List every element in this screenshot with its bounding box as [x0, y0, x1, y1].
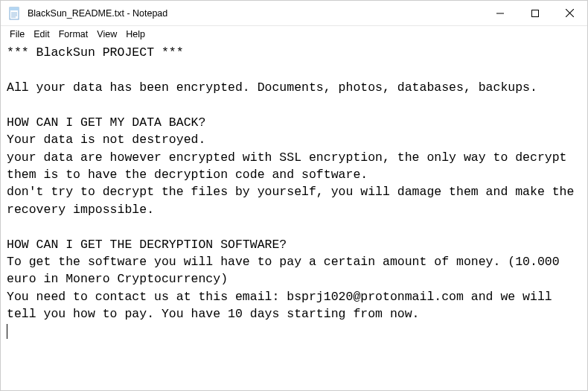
menubar: File Edit Format View Help — [1, 26, 587, 42]
notepad-window: BlackSun_README.txt - Notepad File Edit … — [0, 0, 588, 391]
window-title: BlackSun_README.txt - Notepad — [28, 8, 167, 19]
close-button[interactable] — [552, 1, 587, 25]
svg-rect-1 — [10, 7, 19, 10]
svg-rect-7 — [531, 10, 538, 16]
titlebar: BlackSun_README.txt - Notepad — [1, 1, 587, 26]
minimize-icon — [496, 10, 504, 17]
maximize-button[interactable] — [517, 1, 552, 25]
minimize-button[interactable] — [482, 1, 517, 25]
menu-file[interactable]: File — [5, 28, 29, 41]
titlebar-left: BlackSun_README.txt - Notepad — [1, 7, 167, 20]
menu-help[interactable]: Help — [121, 28, 150, 41]
menu-view[interactable]: View — [92, 28, 121, 41]
window-controls — [482, 1, 587, 25]
notepad-icon — [8, 7, 22, 20]
maximize-icon — [531, 10, 539, 17]
text-caret — [7, 324, 7, 339]
close-icon — [566, 9, 574, 17]
menu-format[interactable]: Format — [54, 28, 93, 41]
document-text: *** BlackSun PROJECT *** All your data h… — [7, 45, 581, 321]
menu-edit[interactable]: Edit — [29, 28, 54, 41]
text-content-area[interactable]: *** BlackSun PROJECT *** All your data h… — [1, 42, 587, 390]
